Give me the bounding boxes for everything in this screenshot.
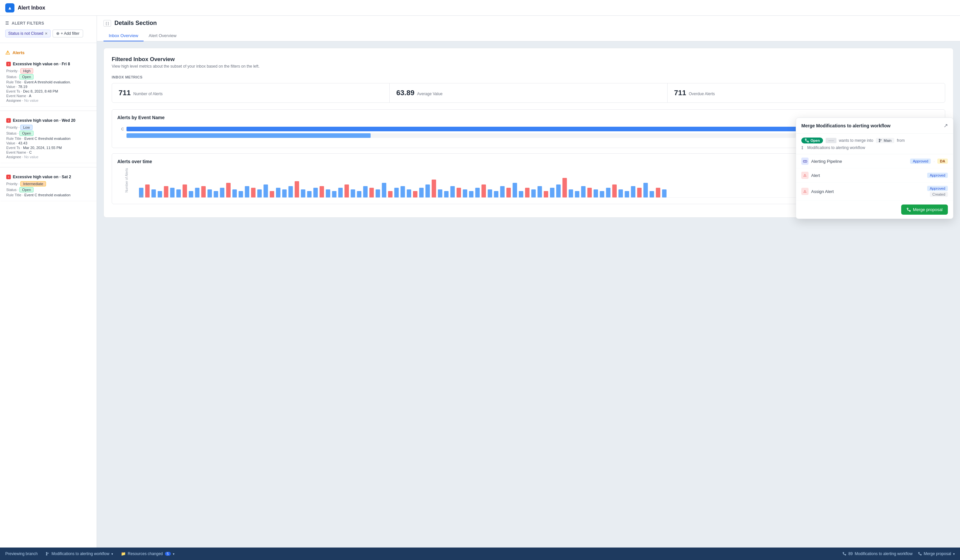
svg-rect-52 bbox=[463, 190, 467, 198]
svg-rect-8 bbox=[189, 191, 194, 198]
svg-rect-5 bbox=[170, 188, 175, 198]
svg-rect-27 bbox=[307, 191, 312, 198]
status-bar-right: 89 Modifications to alerting workflow Me… bbox=[842, 552, 955, 556]
svg-point-90 bbox=[879, 141, 880, 142]
svg-rect-25 bbox=[295, 181, 299, 198]
alert-event-ts-field: Event Ts · Mar 20, 2024, 11:55 PM bbox=[6, 146, 91, 150]
svg-text:0: 0 bbox=[139, 194, 144, 198]
event-ts-value: Mar 20, 2024, 11:55 PM bbox=[23, 146, 62, 150]
status-bar-preview[interactable]: Previewing branch bbox=[5, 552, 38, 556]
merge-popup-close-button[interactable]: ↗ bbox=[944, 123, 948, 129]
svg-rect-12 bbox=[214, 191, 218, 198]
status-bar-branch[interactable]: Modifications to alerting workflow ▾ bbox=[46, 552, 113, 556]
svg-rect-11 bbox=[207, 190, 212, 198]
svg-point-94 bbox=[907, 208, 908, 209]
svg-rect-73 bbox=[594, 190, 598, 198]
metric-cell-avg: 63.89 Average Value bbox=[390, 83, 667, 102]
filter-chip-close[interactable]: ✕ bbox=[45, 32, 48, 36]
svg-point-97 bbox=[46, 554, 47, 555]
alert-item-title: ! Excessive high value on · Fri 8 bbox=[6, 62, 91, 66]
merge-row-right: Approved Created bbox=[927, 186, 948, 197]
assign-icon: ⚠ bbox=[801, 188, 808, 195]
overview-subtitle: View high level metrics about the subset… bbox=[112, 64, 945, 69]
merge-proposal-button[interactable]: Merge proposal bbox=[901, 204, 948, 215]
svg-rect-6 bbox=[176, 190, 181, 198]
collapse-button[interactable]: [ ] bbox=[104, 20, 111, 27]
alert-severity-dot: ! bbox=[6, 118, 11, 123]
branch-dropdown-arrow: ▾ bbox=[111, 552, 113, 556]
metrics-row: 711 Number of Alerts 63.89 Average Value… bbox=[112, 83, 945, 103]
hbar-fill bbox=[126, 127, 899, 131]
merge-info: Open ····· wants to merge into Main from… bbox=[796, 134, 953, 154]
svg-rect-64 bbox=[538, 186, 542, 198]
svg-rect-23 bbox=[282, 190, 287, 198]
status-bar-merge-proposal[interactable]: Merge proposal ▾ bbox=[918, 552, 955, 556]
alert-divider-2 bbox=[0, 167, 97, 168]
details-section-title: Details Section bbox=[114, 20, 157, 27]
svg-point-88 bbox=[808, 141, 809, 142]
svg-rect-68 bbox=[562, 178, 567, 198]
merge-into-label: wants to merge into bbox=[839, 138, 873, 143]
hbar-fill bbox=[126, 133, 371, 138]
merge-btn-label: Merge proposal bbox=[913, 207, 942, 212]
merge-popup: Merge Modifications to alerting workflow… bbox=[796, 118, 954, 219]
event-name-value: C bbox=[29, 150, 32, 154]
svg-point-96 bbox=[46, 552, 47, 554]
svg-rect-37 bbox=[369, 188, 374, 198]
svg-rect-75 bbox=[606, 188, 611, 198]
svg-rect-39 bbox=[382, 183, 386, 198]
hbar-label: C bbox=[117, 127, 124, 131]
merge-count-icon bbox=[842, 552, 846, 556]
alert-item[interactable]: ! Excessive high value on · Sat 2 Priori… bbox=[0, 171, 97, 201]
svg-rect-47 bbox=[432, 180, 436, 198]
svg-rect-13 bbox=[220, 188, 224, 198]
ts-y-axis: Number of Alerts bbox=[117, 168, 137, 199]
svg-rect-80 bbox=[637, 188, 642, 198]
alert-item[interactable]: ! Excessive high value on · Fri 8 Priori… bbox=[0, 58, 97, 107]
svg-rect-3 bbox=[158, 191, 162, 198]
merge-row-pipeline: Alerting Pipeline Approved · DA bbox=[796, 154, 953, 168]
add-filter-button[interactable]: ⊕ + Add filter bbox=[53, 30, 83, 37]
alert-severity-dot: ! bbox=[6, 175, 11, 179]
svg-rect-10 bbox=[202, 186, 206, 198]
svg-rect-42 bbox=[400, 186, 405, 198]
details-title-row: [ ] Details Section bbox=[104, 20, 954, 27]
alert-rule-field: Rule Title · Event C threshold evaluatio… bbox=[6, 137, 91, 140]
da-badge: DA bbox=[937, 158, 948, 164]
status-bar-merge-count[interactable]: 89 Modifications to alerting workflow bbox=[842, 552, 912, 556]
svg-rect-20 bbox=[264, 185, 268, 198]
svg-rect-60 bbox=[512, 183, 517, 198]
svg-point-100 bbox=[918, 552, 919, 554]
active-filter-chip[interactable]: Status is not Closed ✕ bbox=[5, 30, 51, 37]
svg-rect-32 bbox=[338, 188, 343, 198]
alerts-label: Alerts bbox=[13, 50, 25, 55]
alert-item-title: ! Excessive high value on · Sat 2 bbox=[6, 175, 91, 179]
svg-rect-45 bbox=[419, 188, 424, 198]
svg-point-87 bbox=[805, 139, 806, 140]
value-value: 78.19 bbox=[18, 85, 27, 89]
svg-rect-35 bbox=[357, 191, 362, 198]
alert-priority-field: Priority · Low bbox=[6, 125, 91, 130]
tab-alert-overview[interactable]: Alert Overview bbox=[144, 30, 182, 41]
pipeline-icon bbox=[801, 158, 808, 165]
alert-priority-field: Priority · Intermediate bbox=[6, 181, 91, 187]
svg-rect-46 bbox=[426, 185, 430, 198]
merge-into-text: ····· wants to merge into bbox=[826, 138, 873, 143]
alert-row-label: Alert bbox=[811, 173, 820, 178]
merge-count-label: Modifications to alerting workflow bbox=[855, 552, 913, 556]
metric-value-overdue: 711 bbox=[674, 89, 686, 97]
tab-alert-label: Alert Overview bbox=[149, 33, 177, 38]
svg-rect-84 bbox=[662, 190, 667, 198]
svg-point-95 bbox=[909, 210, 910, 211]
merge-footer: Merge proposal bbox=[796, 201, 953, 219]
status-badge: Open bbox=[19, 131, 34, 136]
rule-title-value: Event A threshold evaluation. bbox=[24, 80, 71, 84]
alert-item[interactable]: ! Excessive high value on · Wed 20 Prior… bbox=[0, 115, 97, 163]
tab-inbox-overview[interactable]: Inbox Overview bbox=[104, 30, 144, 41]
main-branch-label: Main bbox=[884, 139, 892, 142]
approved-badge: Approved bbox=[910, 158, 931, 164]
svg-rect-62 bbox=[525, 188, 530, 198]
status-bar-resources[interactable]: 📁 Resources changed 5 ▾ bbox=[121, 552, 174, 556]
filter-chip-text: Status is not Closed bbox=[8, 31, 43, 36]
metric-inline: 63.89 Average Value bbox=[396, 89, 660, 97]
